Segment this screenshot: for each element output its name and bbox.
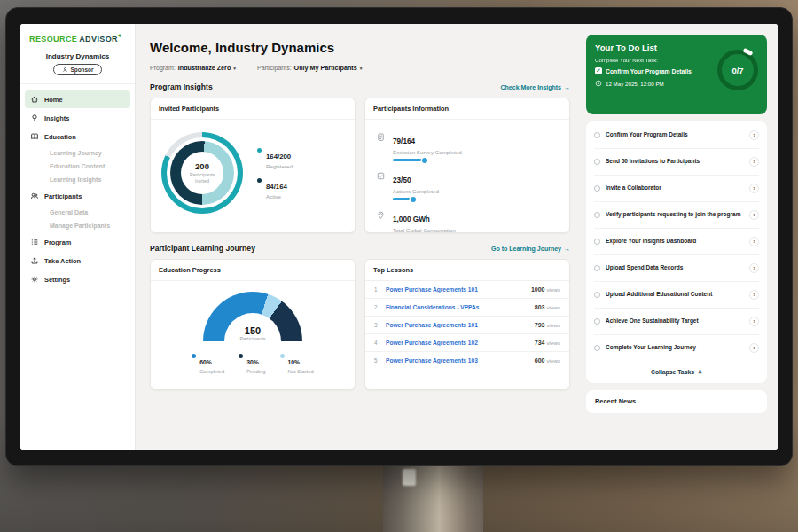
- legend-item-active: 84/164 Active: [257, 176, 293, 200]
- clipboard-icon: [376, 132, 386, 142]
- task-row-send-invitations[interactable]: Send 50 Invitations to Participants ›: [594, 149, 759, 176]
- sidebar-subitem-label: Education Content: [50, 163, 105, 169]
- sidebar-item-settings[interactable]: Settings: [25, 270, 130, 288]
- task-checkbox[interactable]: [594, 212, 600, 218]
- people-icon: [30, 192, 39, 200]
- donut-center: 200 Participants Invited: [181, 152, 223, 194]
- task-row-complete-learning-journey[interactable]: Complete Your Learning Journey ›: [594, 335, 759, 361]
- program-insights-header: Program Insights Check More Insights →: [150, 82, 570, 91]
- participants-filter-label: Participants:: [257, 65, 292, 71]
- collapse-tasks-button[interactable]: Collapse Tasks ∧: [594, 361, 759, 382]
- sidebar-item-education-content[interactable]: Education Content: [25, 160, 130, 173]
- monitor-bezel: RESOURCEADVISOR+ Industry Dynamics Spons…: [5, 7, 793, 466]
- sidebar-item-program[interactable]: Program: [25, 233, 130, 251]
- chevron-right-icon[interactable]: ›: [749, 210, 759, 220]
- chevron-right-icon[interactable]: ›: [749, 290, 759, 300]
- task-row-explore-insights[interactable]: Explore Your Insights Dashboard ›: [594, 229, 759, 255]
- task-row-confirm-program[interactable]: Confirm Your Program Details ›: [594, 122, 759, 149]
- task-checkbox[interactable]: [594, 265, 600, 271]
- donut-center-label: Participants Invited: [186, 172, 218, 184]
- task-checkbox[interactable]: [594, 132, 600, 138]
- chevron-right-icon[interactable]: ›: [749, 130, 759, 140]
- sidebar-item-label: Participants: [44, 192, 82, 200]
- gauge-center: 150 Participants: [203, 325, 302, 341]
- sidebar-item-label: Settings: [44, 276, 70, 284]
- lightbulb-icon: [30, 113, 39, 122]
- top-lessons-card: Top Lessons 1 Power Purchase Agreements …: [364, 259, 570, 390]
- check-more-insights-link[interactable]: Check More Insights →: [501, 84, 570, 90]
- lesson-views: 600: [535, 357, 545, 364]
- lesson-views: 1000: [531, 286, 545, 293]
- sidebar-item-label: Education: [44, 133, 76, 141]
- lesson-link[interactable]: Power Purchase Agreements 103: [386, 357, 535, 364]
- chevron-right-icon[interactable]: ›: [749, 263, 759, 273]
- sidebar-item-learning-journey[interactable]: Learning Journey: [25, 146, 130, 160]
- chevron-right-icon[interactable]: ›: [749, 343, 759, 353]
- task-checkbox[interactable]: [594, 159, 600, 165]
- participants-dropdown[interactable]: Participants: Only My Participants ▾: [257, 64, 362, 72]
- learning-journey-header: Participant Learning Journey Go to Learn…: [150, 244, 570, 253]
- sidebar-item-manage-participants[interactable]: Manage Participants: [25, 219, 130, 232]
- views-suffix: views: [547, 286, 560, 293]
- sidebar-item-label: Take Action: [44, 257, 81, 265]
- task-label: Upload Additional Educational Content: [606, 291, 744, 298]
- task-row-achieve-target[interactable]: Achieve One Sustainability Target ›: [594, 309, 759, 335]
- chevron-right-icon[interactable]: ›: [749, 157, 759, 167]
- task-row-upload-spend-data[interactable]: Upload Spend Data Records ›: [594, 255, 759, 282]
- todo-progress-value: 0/7: [732, 66, 743, 75]
- lesson-link[interactable]: Power Purchase Agreements 102: [386, 340, 535, 346]
- sidebar-item-take-action[interactable]: Take Action: [25, 252, 130, 270]
- sidebar-item-learning-insights[interactable]: Learning Insights: [25, 173, 130, 186]
- chevron-down-icon: ▾: [360, 66, 363, 71]
- chevron-down-icon: ▾: [233, 66, 236, 71]
- logo-advisor: ADVISOR: [79, 35, 118, 43]
- completed-dot: [192, 354, 196, 358]
- chevron-right-icon[interactable]: ›: [749, 237, 759, 246]
- legend-pct: 60%: [200, 359, 212, 365]
- invited-participants-card: Invited Participants 200 Participants In…: [150, 98, 356, 233]
- sidebar-item-education[interactable]: Education: [25, 128, 130, 145]
- donut-center-value: 200: [195, 161, 209, 171]
- chevron-right-icon[interactable]: ›: [749, 317, 759, 326]
- lesson-link[interactable]: Power Purchase Agreements 101: [386, 286, 531, 293]
- sponsor-badge[interactable]: Sponsor: [53, 64, 103, 75]
- program-dropdown[interactable]: Program: Industrialize Zero ▾: [150, 64, 236, 72]
- legend-value: 164/200: [266, 153, 291, 160]
- desk-background: RESOURCEADVISOR+ Industry Dynamics Spons…: [0, 0, 798, 532]
- chevron-right-icon[interactable]: ›: [749, 184, 759, 193]
- content-area: Welcome, Industry Dynamics Program: Indu…: [136, 24, 778, 450]
- go-to-learning-journey-link[interactable]: Go to Learning Journey →: [491, 246, 570, 252]
- task-label: Confirm Your Program Details: [606, 131, 744, 138]
- sidebar-item-insights[interactable]: Insights: [25, 109, 130, 127]
- task-checkbox[interactable]: [594, 185, 600, 192]
- recent-news-card[interactable]: Recent News: [586, 390, 767, 413]
- sidebar-item-general-data[interactable]: General Data: [25, 206, 130, 219]
- gauge-center-label: Participants: [203, 336, 302, 341]
- task-row-verify-participants[interactable]: Verify participants requesting to join t…: [594, 202, 759, 229]
- recent-news-title: Recent News: [595, 397, 636, 405]
- lesson-views: 793: [535, 322, 545, 328]
- legend-item-completed: 60% Completed: [192, 352, 224, 374]
- lesson-link[interactable]: Financial Considerations - VPPAs: [386, 304, 535, 310]
- sidebar-item-label: Insights: [44, 114, 69, 122]
- task-row-upload-educational-content[interactable]: Upload Additional Educational Content ›: [594, 282, 759, 309]
- checklist-icon: [376, 171, 386, 181]
- task-checkbox[interactable]: [594, 239, 600, 245]
- location-pin-icon: [376, 210, 386, 220]
- views-suffix: views: [547, 340, 560, 346]
- progress-bar-fill: [393, 198, 414, 200]
- sidebar: RESOURCEADVISOR+ Industry Dynamics Spons…: [20, 24, 136, 450]
- lesson-link[interactable]: Power Purchase Agreements 101: [386, 322, 535, 328]
- screen: RESOURCEADVISOR+ Industry Dynamics Spons…: [20, 24, 778, 450]
- sidebar-item-participants[interactable]: Participants: [25, 187, 130, 205]
- task-checkbox[interactable]: [594, 292, 600, 298]
- legend-label: Not Started: [288, 369, 314, 374]
- sidebar-item-home[interactable]: Home: [25, 90, 130, 108]
- task-row-invite-collaborator[interactable]: Invite a Collaborator ›: [594, 176, 759, 202]
- lesson-rank: 3: [374, 322, 386, 328]
- app-logo: RESOURCEADVISOR+: [20, 31, 135, 49]
- task-checkbox[interactable]: [594, 345, 600, 351]
- task-checkbox[interactable]: [594, 318, 600, 325]
- legend-value: 84/164: [266, 183, 287, 191]
- invited-legend: 164/200 Registered 84/164 Active: [257, 139, 293, 207]
